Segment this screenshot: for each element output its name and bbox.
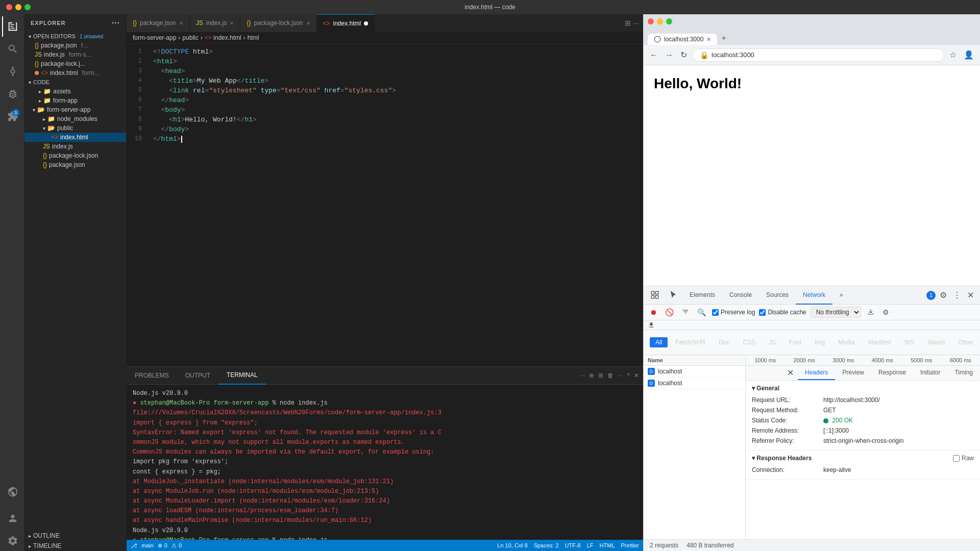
preserve-log-checkbox[interactable]: [712, 309, 719, 316]
activity-explorer[interactable]: [2, 16, 22, 37]
browser-tab[interactable]: localhost:3000 ✕: [648, 34, 717, 45]
tab-terminal[interactable]: TERMINAL: [218, 367, 266, 385]
filter-fetch-xhr[interactable]: Fetch/XHR: [670, 337, 711, 347]
folder-node-modules[interactable]: ▸ 📁 node_modules: [24, 114, 126, 123]
tab-close-index-js[interactable]: ✕: [230, 20, 234, 26]
tab-output[interactable]: OUTPUT: [177, 367, 218, 385]
encoding[interactable]: UTF-8: [565, 542, 581, 548]
panel-more-icon[interactable]: ···: [580, 372, 585, 379]
open-file-package-lock-json[interactable]: {} package-lock.j...: [24, 59, 126, 68]
bookmark-button[interactable]: ☆: [947, 48, 959, 62]
breadcrumb-public[interactable]: public: [182, 34, 198, 41]
git-branch-label[interactable]: main: [141, 542, 154, 548]
browser-close-button[interactable]: [648, 18, 654, 24]
tab-sources[interactable]: Sources: [759, 286, 796, 305]
tab-index-js[interactable]: JS index.js ✕: [190, 14, 241, 32]
clear-button[interactable]: 🚫: [663, 307, 676, 317]
breadcrumb-form-server-app[interactable]: form-server-app: [133, 34, 176, 41]
delete-terminal-icon[interactable]: 🗑: [607, 372, 614, 379]
maximize-button[interactable]: [24, 4, 31, 10]
browser-tab-close[interactable]: ✕: [706, 36, 711, 43]
filter-wasm[interactable]: Wasm: [922, 337, 951, 347]
search-button[interactable]: 🔍: [695, 307, 708, 317]
tab-more[interactable]: »: [832, 286, 850, 305]
devtools-cursor-icon[interactable]: [664, 286, 682, 305]
panel-more2-icon[interactable]: ···: [618, 372, 623, 379]
filter-doc[interactable]: Doc: [713, 337, 735, 347]
file-package-json-tree[interactable]: {} package.json: [24, 160, 126, 169]
devtools-close-icon[interactable]: ✕: [965, 288, 976, 302]
import-button[interactable]: [865, 307, 876, 318]
activity-extensions[interactable]: 3: [2, 106, 22, 127]
filter-css[interactable]: CSS: [737, 337, 761, 347]
sidebar-more-button[interactable]: ···: [112, 18, 120, 28]
panel-close-icon[interactable]: ✕: [634, 372, 639, 379]
ln-col[interactable]: Ln 10, Col 8: [497, 542, 527, 548]
folder-public[interactable]: ▾ 📂 public: [24, 123, 126, 133]
breadcrumb-index-html[interactable]: <> index.html: [205, 34, 241, 41]
settings-net-button[interactable]: ⚙: [880, 307, 891, 317]
split-editor-icon[interactable]: ⊞: [625, 19, 631, 27]
activity-account[interactable]: [2, 508, 22, 529]
raw-label[interactable]: Raw: [953, 455, 974, 462]
file-index-js-tree[interactable]: JS index.js: [24, 142, 126, 151]
disable-cache-checkbox[interactable]: [759, 309, 766, 316]
tab-network[interactable]: Network: [796, 286, 832, 305]
disable-cache-label[interactable]: Disable cache: [759, 309, 806, 316]
warning-count[interactable]: ⚠ 0: [172, 542, 182, 549]
activity-debug[interactable]: [2, 84, 22, 104]
raw-checkbox[interactable]: [953, 455, 960, 462]
file-package-lock-tree[interactable]: {} package-lock.json: [24, 151, 126, 160]
tab-elements[interactable]: Elements: [682, 286, 722, 305]
activity-remote[interactable]: [2, 482, 22, 502]
details-tab-preview[interactable]: Preview: [835, 366, 871, 380]
details-tab-initiator[interactable]: Initiator: [913, 366, 947, 380]
tab-close-package-json[interactable]: ✕: [179, 20, 183, 26]
browser-min-button[interactable]: [657, 18, 663, 24]
details-close-button[interactable]: ✕: [783, 366, 798, 380]
throttle-select[interactable]: No throttling: [811, 307, 861, 318]
filter-button[interactable]: [680, 307, 691, 318]
new-terminal-icon[interactable]: ⊕: [589, 372, 594, 379]
minimize-button[interactable]: [15, 4, 21, 10]
tab-close-package-lock[interactable]: ✕: [306, 20, 310, 26]
network-row-2[interactable]: D localhost: [644, 378, 745, 389]
code-section-header[interactable]: ▾ CODE: [24, 78, 126, 87]
activity-source-control[interactable]: [2, 61, 22, 82]
code-content[interactable]: <!DOCTYPE html> <html> <head> <title>My …: [147, 44, 643, 366]
filter-ws[interactable]: WS: [899, 337, 920, 347]
details-tab-timing[interactable]: Timing: [947, 366, 980, 380]
details-tab-headers[interactable]: Headers: [798, 366, 835, 380]
details-tab-response[interactable]: Response: [871, 366, 913, 380]
error-count[interactable]: ⊗ 0: [158, 542, 167, 549]
open-file-index-js[interactable]: JS index.js form-s...: [24, 50, 126, 59]
filter-media[interactable]: Media: [832, 337, 861, 347]
filter-img[interactable]: Img: [809, 337, 830, 347]
open-file-package-json[interactable]: {} package.json f...: [24, 41, 126, 50]
filter-other[interactable]: Other: [952, 337, 979, 347]
language[interactable]: HTML: [600, 542, 615, 548]
breadcrumb-html-tag[interactable]: html: [248, 34, 259, 41]
folder-assets[interactable]: ▸ 📁 assets: [24, 87, 126, 96]
open-file-index-html[interactable]: <> index.html form...: [24, 68, 126, 78]
panel-maximize-icon[interactable]: ^: [627, 372, 630, 379]
back-button[interactable]: ←: [648, 48, 660, 62]
prettier[interactable]: Prettier: [621, 542, 639, 548]
reload-button[interactable]: ↻: [678, 48, 689, 62]
spaces[interactable]: Spaces: 2: [534, 542, 559, 548]
activity-settings[interactable]: [2, 531, 22, 551]
filter-all[interactable]: All: [650, 337, 668, 347]
activity-search[interactable]: [2, 39, 22, 59]
file-index-html-tree[interactable]: <> index.html: [24, 133, 126, 142]
network-row-1[interactable]: D localhost: [644, 366, 745, 378]
tab-package-json[interactable]: {} package.json ✕: [127, 14, 190, 32]
terminal-content[interactable]: Node.js v20.9.0 ● stephan@MacBook-Pro fo…: [127, 385, 643, 540]
address-bar[interactable]: 🔒 localhost:3000: [692, 48, 944, 62]
outline-header[interactable]: ▸ OUTLINE: [24, 531, 126, 541]
devtools-more-icon[interactable]: ⋮: [951, 288, 963, 302]
devtools-inspect-icon[interactable]: [646, 286, 664, 305]
browser-account-button[interactable]: 👤: [962, 48, 976, 62]
preserve-log-label[interactable]: Preserve log: [712, 309, 755, 316]
tab-problems[interactable]: PROBLEMS: [127, 367, 177, 385]
filter-manifest[interactable]: Manifest: [863, 337, 897, 347]
